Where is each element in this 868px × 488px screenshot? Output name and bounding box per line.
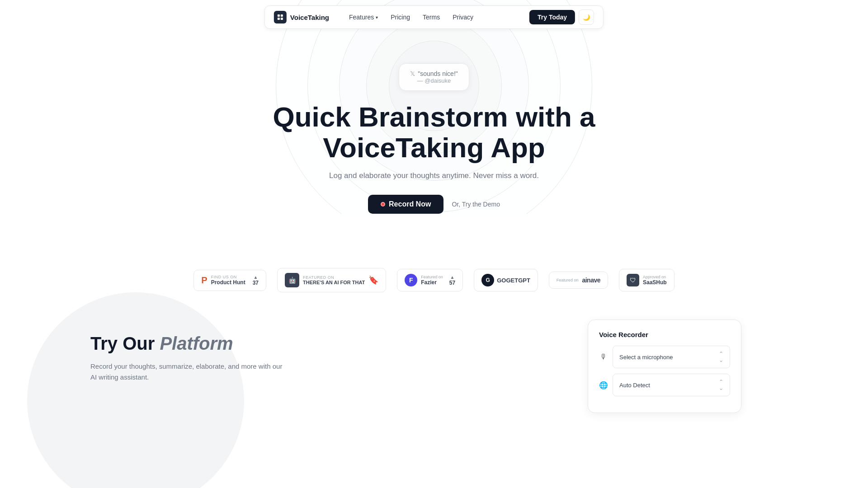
brand-logo-icon xyxy=(274,11,287,23)
hero-heading: Quick Brainstorm with a VoiceTaking App xyxy=(273,102,595,163)
brand-logo-link[interactable]: VoiceTaking xyxy=(274,11,329,23)
language-row: 🌐 Auto Detect ⌃⌄ xyxy=(599,374,730,396)
ainave-content: Featured on ainave xyxy=(557,277,600,284)
badge-fazier[interactable]: F Featured on Fazier ▲ 57 xyxy=(397,269,463,291)
ai-logo-icon: 🤖 xyxy=(285,273,299,287)
tweet-content: 𝕏 "sounds nice!" xyxy=(410,70,458,77)
voice-recorder-card: Voice Recorder 🎙 Select a microphone ⌃⌄ … xyxy=(588,319,741,413)
brand-name: VoiceTaking xyxy=(290,14,329,21)
svg-rect-2 xyxy=(278,18,280,20)
microphone-row: 🎙 Select a microphone ⌃⌄ xyxy=(599,346,730,368)
hero-subtext: Log and elaborate your thoughts anytime.… xyxy=(329,171,539,180)
theme-toggle-button[interactable]: 🌙 xyxy=(579,9,594,25)
badge-ai-for-that[interactable]: 🤖 FEATURED ON THERE'S AN AI FOR THAT 🔖 xyxy=(277,268,386,292)
platform-text: Try Our Platform Record your thoughts, s… xyxy=(90,319,289,383)
navbar: VoiceTaking Features ▾ Pricing Terms Pri… xyxy=(264,5,604,29)
microphone-select[interactable]: Select a microphone ⌃⌄ xyxy=(613,346,730,368)
nav-privacy[interactable]: Privacy xyxy=(447,11,479,23)
fazier-score-block: ▲ 57 xyxy=(449,275,455,286)
record-dot-icon xyxy=(381,202,385,206)
try-demo-link[interactable]: Or, Try the Demo xyxy=(452,201,500,208)
nav-pricing[interactable]: Pricing xyxy=(385,11,415,23)
ph-up-arrow: ▲ xyxy=(253,275,258,280)
nav-features[interactable]: Features ▾ xyxy=(344,11,383,23)
badge-product-hunt[interactable]: P FIND US ON Product Hunt ▲ 37 xyxy=(193,270,266,291)
try-today-button[interactable]: Try Today xyxy=(529,10,575,24)
fazier-icon: F xyxy=(405,274,417,286)
nav-actions: Try Today 🌙 xyxy=(529,9,594,25)
ph-score: 37 xyxy=(253,280,259,286)
language-select[interactable]: Auto Detect ⌃⌄ xyxy=(613,374,730,396)
badge-ainave[interactable]: Featured on ainave xyxy=(549,272,608,289)
globe-icon: 🌐 xyxy=(599,381,608,389)
badge-saashub[interactable]: 🛡 Approved on SaaSHub xyxy=(619,269,675,291)
svg-rect-1 xyxy=(281,14,283,17)
language-select-arrow: ⌃⌄ xyxy=(719,379,723,391)
ai-badge-content: 🤖 FEATURED ON THERE'S AN AI FOR THAT 🔖 xyxy=(285,273,378,287)
chevron-down-icon: ▾ xyxy=(376,15,378,20)
gogetgpt-name: GOGETGPT xyxy=(497,277,530,284)
microphone-select-arrow: ⌃⌄ xyxy=(719,351,723,363)
hero-actions: Record Now Or, Try the Demo xyxy=(368,195,500,214)
saashub-text: Approved on SaaSHub xyxy=(643,275,667,286)
fazier-text: Featured on Fazier xyxy=(421,275,443,286)
moon-icon: 🌙 xyxy=(583,14,590,21)
ph-score-block: ▲ 37 xyxy=(253,275,259,286)
badge-ph-text: FIND US ON Product Hunt xyxy=(211,275,245,286)
bookmark-icon: 🔖 xyxy=(368,275,378,285)
nav-terms[interactable]: Terms xyxy=(417,11,445,23)
gogetgpt-icon: G xyxy=(481,274,494,286)
ainave-logo: ainave xyxy=(582,277,600,284)
tweet-bubble: 𝕏 "sounds nice!" — @daisuke xyxy=(399,63,469,91)
hero-section: 𝕏 "sounds nice!" — @daisuke Quick Brains… xyxy=(0,0,868,214)
svg-rect-0 xyxy=(278,14,280,17)
record-now-button[interactable]: Record Now xyxy=(368,195,443,214)
saashub-icon: 🛡 xyxy=(627,274,639,286)
lower-section: Try Our Platform Record your thoughts, s… xyxy=(0,319,868,413)
ai-badge-text: FEATURED ON THERE'S AN AI FOR THAT xyxy=(303,275,365,285)
platform-title: Try Our Platform xyxy=(90,333,289,354)
product-hunt-icon: P xyxy=(201,275,207,286)
tweet-quote: "sounds nice!" xyxy=(418,70,458,77)
svg-rect-3 xyxy=(281,18,283,20)
badges-strip: P FIND US ON Product Hunt ▲ 37 🤖 FEATURE… xyxy=(0,268,868,292)
main-nav: Features ▾ Pricing Terms Privacy xyxy=(344,11,479,23)
microphone-icon: 🎙 xyxy=(599,353,608,361)
ph-name: Product Hunt xyxy=(211,279,245,286)
badge-gogetgpt[interactable]: G GOGETGPT xyxy=(474,269,538,291)
ph-top-label: FIND US ON xyxy=(211,275,245,279)
recorder-title: Voice Recorder xyxy=(599,331,730,338)
platform-description: Record your thoughts, summarize, elabora… xyxy=(90,361,289,383)
tweet-author: — @daisuke xyxy=(410,77,458,84)
twitter-icon: 𝕏 xyxy=(410,70,415,77)
